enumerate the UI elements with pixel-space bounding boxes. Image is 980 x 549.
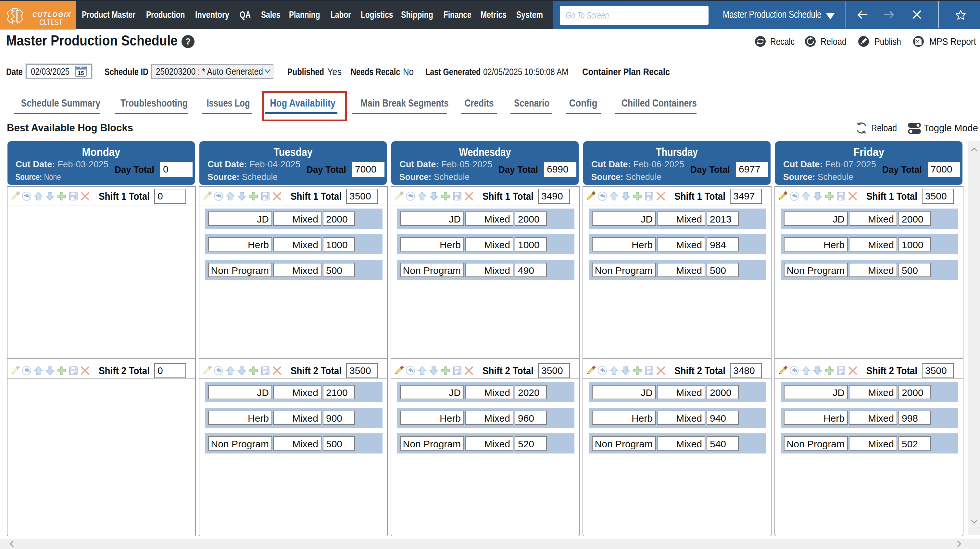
- svg-text:15: 15: [78, 70, 84, 77]
